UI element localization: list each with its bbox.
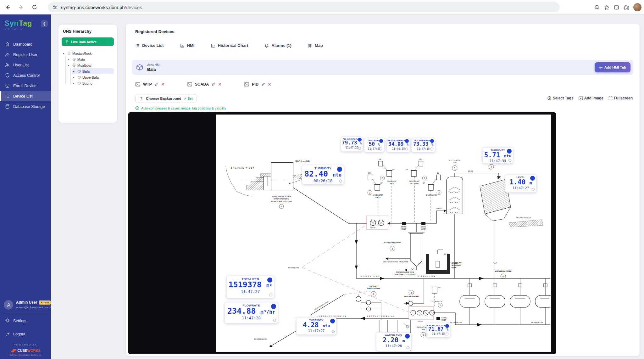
hmi-tab-wtp[interactable]: WTP [135,82,164,87]
tag-config-dot[interactable] [446,333,448,335]
hmi-tab-scada[interactable]: SCADA [187,82,221,87]
tag-config-dot[interactable] [273,319,276,322]
browser-profile-avatar[interactable] [633,3,641,11]
tag-config-dot[interactable] [405,148,408,150]
hmi-tab-row: WTP SCADA PID [135,82,271,87]
reload-icon[interactable] [29,2,40,13]
tag-live-dot[interactable] [405,334,410,339]
sidebar-item-label: User List [13,63,29,67]
add-hmi-tab-button[interactable]: Add HMI Tab [595,62,630,72]
svg-text:MULTI-MEDIA FILTER: MULTI-MEDIA FILTER [495,270,512,272]
svg-text:SLUDGE PIT: SLUDGE PIT [452,262,462,264]
sidebar-item-enroll-device[interactable]: Enroll Device [0,81,51,91]
chevron-right-icon[interactable]: ▸ [73,82,76,85]
forward-icon[interactable] [16,2,26,13]
tag-live-dot[interactable] [358,138,362,142]
tab-alarms[interactable]: Alarms (1) [264,43,291,48]
zoom-icon[interactable] [594,5,600,10]
tree-node-main[interactable]: ▸ Main [67,56,114,62]
tag-card-paclevel[interactable]: PACLEVEL 50 % 11:47:05 [364,138,384,152]
tree-node-bugho[interactable]: ▸ Bugho [72,80,114,86]
site-info-icon[interactable] [52,5,57,10]
tab-historical-chart[interactable]: Historical Chart [211,43,248,48]
tree-node-mactanrock[interactable]: ▾ MactanRock [62,50,114,56]
tag-card-waterlevel[interactable]: WATERLEVEL 2.20 m 11:47:28 [376,332,411,351]
chevron-down-icon[interactable]: ▾ [63,52,66,55]
tag-config-dot[interactable] [332,330,335,333]
tag-live-dot[interactable] [405,139,409,143]
tag-card-turbidity-product[interactable]: TURBIDITY 4.28 ntu 11:47:27 [296,317,336,335]
svg-text:DP: DP [406,169,408,170]
tag-live-dot[interactable] [271,304,276,309]
cubeworks-logo: ◢◤ CUBEWORKS [0,346,51,354]
chevron-right-icon[interactable]: ▸ [68,58,71,61]
edit-pencil-icon[interactable] [212,82,215,86]
sidebar-collapse-button[interactable]: ❮ [41,20,48,27]
tag-config-dot[interactable] [380,148,382,150]
tag-config-dot[interactable] [508,159,511,162]
tag-card-flowrate[interactable]: FLOWRATE 234.88 m³/hr 11:47:28 [225,302,278,323]
tag-card-turbidity-clarifier[interactable]: TURBIDITY 5.71 ntu 11:47:34 [482,147,513,164]
tag-config-dot[interactable] [532,188,535,191]
tag-live-dot[interactable] [507,149,512,154]
tag-config-dot[interactable] [269,294,272,296]
select-tags-button[interactable]: Select Tags [547,96,574,100]
tag-card-turbidity-raw[interactable]: TURBIDITY 82.40 ntu 08:26:18 [302,165,344,184]
chevron-down-icon[interactable]: ▾ [68,64,71,67]
address-bar[interactable]: syntag-uns.cubeworks.com.ph/devices [48,2,560,12]
hmi-canvas[interactable]: BANAHAW RIVER ABOUT 80 amsl ELEV SURFACE… [128,112,556,354]
tag-live-dot[interactable] [379,139,383,143]
chevron-right-icon[interactable]: ▸ [73,76,76,79]
tag-config-dot[interactable] [407,346,409,349]
tag-card-totalizer[interactable]: TOTALIZER 1519378 m³ 11:47:27 [226,276,274,298]
tag-card-chlorinelevel[interactable]: CHLORINELEVEL 79.73 % 11:47:25 [341,137,363,152]
tab-hmi[interactable]: HMI [180,43,195,48]
tag-live-dot[interactable] [267,278,272,283]
close-icon[interactable] [218,83,221,86]
live-data-button[interactable]: Live Data Active [62,37,114,46]
settings-button[interactable]: Settings [0,314,51,328]
chevron-right-icon[interactable]: ▸ [73,70,76,73]
tag-card-polymerlevel[interactable]: POLYMERLEVEL 73.33 % 11:47:15 [411,138,435,152]
wifi-icon [65,40,69,43]
tag-live-dot[interactable] [530,176,535,181]
extensions-puzzle-icon[interactable] [624,5,629,10]
tab-map[interactable]: Map [308,43,323,48]
sidebar-item-database-storage[interactable]: Database Storage [0,101,51,112]
tag-card-chlproductlevel[interactable]: CHLPRODUCTLEVEL 71.67 % 11:47:35 [426,323,450,337]
tag-live-dot[interactable] [330,319,335,323]
sidebar-item-access-control[interactable]: Access Control [0,70,51,81]
edit-pencil-icon[interactable] [261,82,265,86]
tag-live-dot[interactable] [430,139,434,143]
tag-card-phadjusterlevel[interactable]: PHADJUSTERLEVEL 34.09 % 11:46:55 [387,138,410,152]
fullscreen-button[interactable]: Fullscreen [608,96,633,100]
choose-background-button[interactable]: Choose Background ✓ Set [135,94,197,103]
sidebar-item-device-list[interactable]: Device List [0,91,51,101]
sidebar-item-dashboard[interactable]: Dashboard [0,39,51,49]
edit-pencil-icon[interactable] [155,82,158,86]
logout-button[interactable]: Logout [0,328,51,341]
tree-node-bala[interactable]: ▸ Bala [72,68,114,74]
image-icon [135,82,140,87]
tag-card-level[interactable]: LEVEL 1.40 m 11:47:27 [505,174,536,193]
side-panel-icon[interactable] [614,5,619,10]
tag-config-dot[interactable] [358,147,361,150]
add-image-button[interactable]: Add Image [579,96,603,100]
close-icon[interactable] [161,83,164,86]
back-icon[interactable] [3,2,13,13]
bookmark-star-icon[interactable] [604,5,609,10]
svg-text:BACKWASH PUMP: BACKWASH PUMP [404,295,419,297]
tag-config-dot[interactable] [339,180,342,182]
tab-device-list[interactable]: Device List [135,43,164,48]
building-icon [67,52,71,55]
tree-node-moalboal[interactable]: ▾ Moalboal [67,62,114,68]
tree-node-upperbala[interactable]: ▸ UpperBala [72,74,114,80]
sidebar-item-register-user[interactable]: Register User [0,49,51,60]
tag-live-dot[interactable] [445,324,449,328]
hmi-tab-pid[interactable]: PID [244,82,271,87]
tag-config-dot[interactable] [430,148,433,150]
tag-live-dot[interactable] [337,167,342,172]
tab-label: Alarms (1) [271,43,291,48]
close-icon[interactable] [268,83,271,86]
sidebar-item-user-list[interactable]: User List [0,60,51,70]
